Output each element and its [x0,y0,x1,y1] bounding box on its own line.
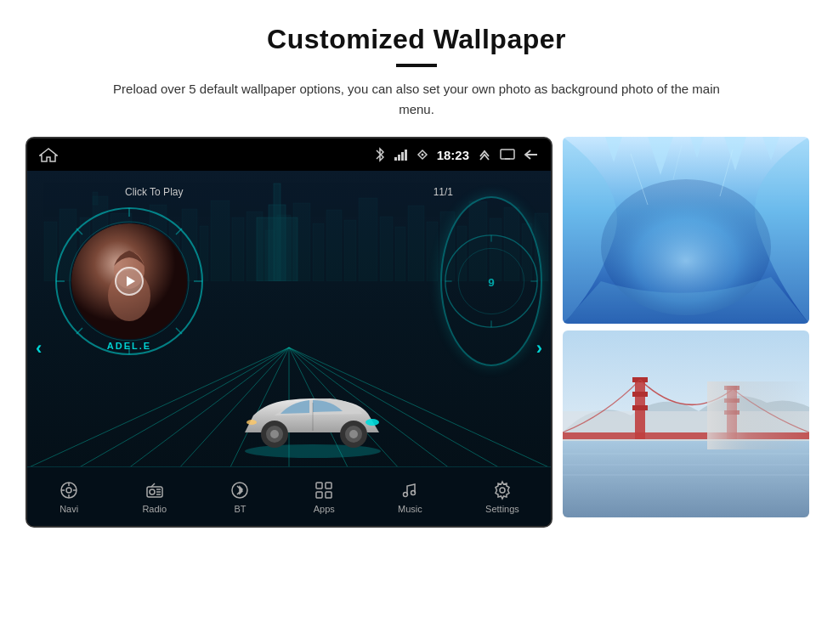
wallpaper-thumbnails [563,137,809,517]
title-divider [396,64,437,67]
status-bar: 18:23 [27,138,551,171]
svg-rect-114 [316,492,322,498]
svg-rect-115 [326,492,332,498]
svg-rect-133 [632,392,648,397]
svg-rect-27 [326,210,342,281]
svg-line-77 [76,328,82,334]
page-title: Customized Wallpaper [267,24,566,55]
svg-point-90 [246,420,257,425]
svg-rect-33 [427,222,438,281]
music-icon [400,480,420,500]
ice-cave-svg [563,137,809,324]
svg-rect-113 [326,483,332,489]
svg-rect-6 [501,150,514,159]
bluetooth-icon [374,147,386,162]
svg-point-5 [421,154,423,156]
bridge-svg [563,330,809,517]
nav-label-settings: Settings [485,504,519,514]
bt-icon [230,480,250,500]
svg-rect-20 [211,201,230,281]
signal-icon [394,149,408,161]
settings-icon [492,480,513,500]
svg-rect-2 [398,155,400,161]
svg-marker-0 [40,149,57,161]
svg-rect-112 [316,483,322,489]
svg-rect-32 [408,206,424,281]
gauge-svg: 9 [442,196,541,366]
nav-label-navi: Navi [60,504,78,514]
wallpaper-thumb-bridge[interactable] [563,330,809,517]
car-screen: 18:23 [26,137,552,528]
up-arrows-icon [478,148,491,161]
svg-rect-26 [313,223,324,281]
nav-item-apps[interactable]: Apps [314,480,335,514]
navi-icon [59,480,79,500]
svg-point-82 [245,444,381,458]
back-icon [524,149,539,161]
svg-line-76 [176,328,182,334]
nav-item-settings[interactable]: Settings [485,480,519,514]
svg-rect-139 [707,381,809,449]
nav-label-music: Music [398,504,422,514]
nav-label-apps: Apps [314,504,335,514]
svg-rect-13 [93,192,98,205]
svg-point-116 [404,492,408,496]
car-svg [228,381,398,458]
nav-label-bt: BT [234,504,246,514]
svg-rect-3 [401,152,404,161]
right-gauge: 9 [440,196,542,366]
svg-point-117 [411,490,416,494]
main-content: 18:23 [26,137,808,528]
svg-rect-4 [405,150,407,161]
car-image [228,381,381,458]
svg-rect-1 [394,157,397,161]
svg-line-78 [176,229,182,234]
svg-text:9: 9 [488,276,495,289]
svg-point-118 [500,488,505,493]
screen-icon [500,149,515,161]
prev-arrow[interactable]: ‹ [36,337,42,359]
status-right: 18:23 [374,147,539,162]
svg-point-89 [366,419,379,426]
svg-rect-134 [632,405,648,410]
svg-rect-43 [257,217,298,281]
nav-item-bt[interactable]: BT [230,480,250,514]
wifi-icon [416,149,428,161]
svg-point-100 [66,488,71,493]
wallpaper-thumb-ice[interactable] [563,137,809,324]
svg-line-75 [76,229,82,234]
home-icon [39,147,58,162]
nav-item-music[interactable]: Music [398,480,422,514]
svg-point-88 [349,430,358,438]
svg-rect-31 [395,227,405,281]
time-display: 18:23 [437,148,469,162]
subtitle-text: Preload over 5 default wallpaper options… [110,79,722,120]
click-to-play-text: Click To Play [125,186,183,198]
svg-rect-21 [232,217,244,281]
svg-rect-30 [380,217,393,281]
screen-body: Click To Play 11/1 ‹ [27,171,551,526]
svg-rect-126 [563,441,809,517]
svg-point-85 [270,430,279,438]
nav-item-radio[interactable]: Radio [142,480,167,514]
svg-rect-28 [344,220,356,281]
play-button[interactable] [115,267,144,296]
nav-item-navi[interactable]: Navi [59,480,79,514]
apps-icon [314,480,334,500]
svg-rect-29 [359,198,377,281]
radio-icon [144,480,165,500]
nav-label-radio: Radio [142,504,167,514]
svg-point-106 [150,489,155,494]
status-left [39,147,58,162]
bottom-nav: Navi Radio [27,466,551,526]
music-player: ADEL.E [53,205,206,358]
artist-name: ADEL.E [53,341,206,351]
